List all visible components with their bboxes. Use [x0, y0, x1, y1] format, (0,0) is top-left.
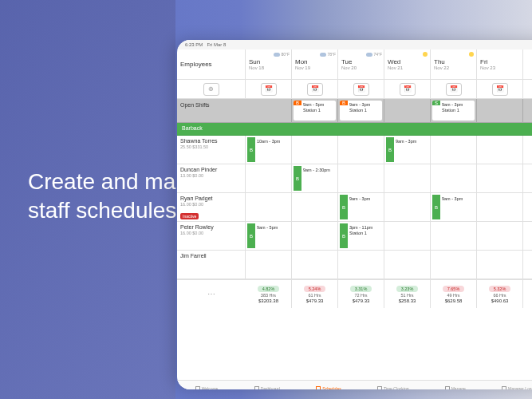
nav-item[interactable]: Welcome [195, 386, 219, 390]
shift-cell[interactable] [246, 251, 292, 279]
day-header[interactable]: MonNov 1978°F [292, 49, 338, 79]
shift-cell[interactable]: B9am - 3pm [431, 193, 477, 221]
shift-cell[interactable]: B9am - 3pm [338, 193, 384, 221]
action-row: ⊕ 📅📅📅📅📅📅 [177, 80, 532, 99]
shift-cell[interactable]: B3pm - 11pmStation 1 [338, 222, 384, 250]
shift-cell[interactable] [431, 222, 477, 250]
summary-cell: 3.31%72 Hrs$479.33 [338, 280, 384, 308]
add-employee-button[interactable]: ⊕ [203, 83, 219, 96]
shift-cell[interactable] [477, 164, 523, 192]
employee-row: Jim Farrell [177, 251, 532, 279]
open-shift-cell[interactable] [246, 99, 292, 122]
status-time: 6:23 PM Fri Mar 8 [185, 42, 226, 47]
schedule-header: Employees SunNov 1880°FMonNov 1978°FTueN… [177, 49, 532, 80]
shift-cell[interactable] [384, 251, 431, 279]
tablet-frame: 6:23 PM Fri Mar 8 Employees SunNov 1880°… [177, 40, 532, 389]
shift-cell[interactable] [477, 222, 523, 250]
shift-cell[interactable] [477, 136, 523, 164]
shift-cell[interactable] [338, 251, 384, 279]
shift-cell[interactable] [292, 222, 338, 250]
employee-info[interactable]: Jim Farrell [177, 251, 246, 279]
employee-info[interactable]: Peter Rowley16.00 $0.00 [177, 222, 246, 250]
nav-item[interactable]: Schedules [316, 386, 341, 390]
weather-icon: 80°F [274, 52, 290, 57]
employees-header: Employees [177, 49, 246, 79]
nav-item[interactable]: Time Clocking [377, 386, 409, 390]
nav-icon [445, 386, 450, 390]
day-header[interactable]: SunNov 1880°F [246, 49, 292, 79]
open-shift-cell[interactable]: B9am - 5pmStation 1 [292, 99, 338, 122]
calendar-button[interactable]: 📅 [446, 83, 462, 96]
shift-cell[interactable]: B9am - 3pm [384, 136, 431, 164]
shift-cell[interactable] [292, 136, 338, 164]
employee-info[interactable]: Shawna Torres25.50 $331.50 [177, 136, 246, 164]
shift-cell[interactable]: B10am - 3pm [246, 136, 292, 164]
nav-item[interactable]: Dashboard [254, 386, 280, 390]
shift-cell[interactable] [477, 251, 523, 279]
shift-cell[interactable] [246, 164, 292, 192]
nav-icon [316, 386, 321, 390]
shift-cell[interactable] [431, 164, 477, 192]
summary-menu[interactable]: ⋯ [177, 280, 246, 308]
open-shift-cell[interactable] [384, 99, 431, 122]
nav-icon [502, 386, 506, 390]
weather-icon: 78°F [320, 52, 336, 57]
weather-icon [423, 52, 428, 57]
weather-icon [469, 52, 475, 57]
calendar-button[interactable]: 📅 [261, 83, 277, 96]
summary-cell: 4.82%383 Hrs$3203.38 [246, 280, 292, 308]
shift-cell[interactable] [292, 251, 338, 279]
shift-cell[interactable] [431, 251, 477, 279]
nav-icon [195, 386, 200, 390]
inactive-badge: Inactive [180, 213, 199, 219]
employee-info[interactable]: Ryan Padget16.00 $0.00Inactive [177, 193, 246, 221]
shift-cell[interactable] [431, 136, 477, 164]
open-shifts-label: Open Shifts [177, 99, 246, 122]
open-shift-cell[interactable] [477, 99, 523, 122]
day-header[interactable]: ThuNov 22 [431, 49, 477, 79]
nav-icon [377, 386, 382, 390]
group-header: Barback [177, 123, 532, 136]
summary-row: ⋯ 4.82%383 Hrs$3203.385.24%61 Hrs$479.33… [177, 279, 532, 308]
weather-icon: 74°F [366, 52, 382, 57]
shift-cell[interactable] [246, 193, 292, 221]
calendar-button[interactable]: 📅 [307, 83, 323, 96]
open-shifts-row: Open Shifts B9am - 5pmStation 1B9am - 3p… [177, 99, 532, 123]
calendar-button[interactable]: 📅 [400, 83, 416, 96]
shift-cell[interactable]: B9am - 2:30pm [292, 164, 338, 192]
day-header[interactable]: FriNov 23 [477, 49, 523, 79]
shift-cell[interactable] [477, 193, 523, 221]
nav-item[interactable]: Manager Log Book [502, 386, 532, 390]
bottom-nav: WelcomeDashboardSchedulesTime ClockingMa… [177, 380, 532, 389]
summary-cell: 5.32%66 Hrs$490.63 [477, 280, 523, 308]
open-shift-cell[interactable]: S9am - 3pmStation 1 [431, 99, 477, 122]
summary-cell: 3.23%51 Hrs$258.33 [384, 280, 431, 308]
employee-row: Shawna Torres25.50 $331.50B10am - 3pmB9a… [177, 136, 532, 164]
shift-cell[interactable] [384, 193, 431, 221]
shift-cell[interactable] [338, 136, 384, 164]
shift-cell[interactable] [338, 164, 384, 192]
shift-cell[interactable] [384, 222, 431, 250]
nav-item[interactable]: Manage [445, 386, 466, 390]
employee-row: Duncan Pinder13.00 $0.00B9am - 2:30pm [177, 164, 532, 193]
employee-row: Peter Rowley16.00 $0.00B9am - 5pmB3pm - … [177, 222, 532, 251]
day-header[interactable]: TueNov 2074°F [338, 49, 384, 79]
summary-cell: 7.65%49 Hrs$629.58 [431, 280, 477, 308]
calendar-button[interactable]: 📅 [492, 83, 508, 96]
nav-icon [254, 386, 259, 390]
status-bar: 6:23 PM Fri Mar 8 [177, 40, 532, 49]
open-shift-cell[interactable]: B9am - 3pmStation 1 [338, 99, 384, 122]
shift-cell[interactable] [292, 193, 338, 221]
calendar-button[interactable]: 📅 [353, 83, 369, 96]
summary-cell: 5.24%61 Hrs$479.33 [292, 280, 338, 308]
shift-cell[interactable]: B9am - 5pm [246, 222, 292, 250]
day-header[interactable]: WedNov 21 [384, 49, 431, 79]
employee-row: Ryan Padget16.00 $0.00InactiveB9am - 3pm… [177, 193, 532, 222]
shift-cell[interactable] [384, 164, 431, 192]
employee-info[interactable]: Duncan Pinder13.00 $0.00 [177, 164, 246, 192]
